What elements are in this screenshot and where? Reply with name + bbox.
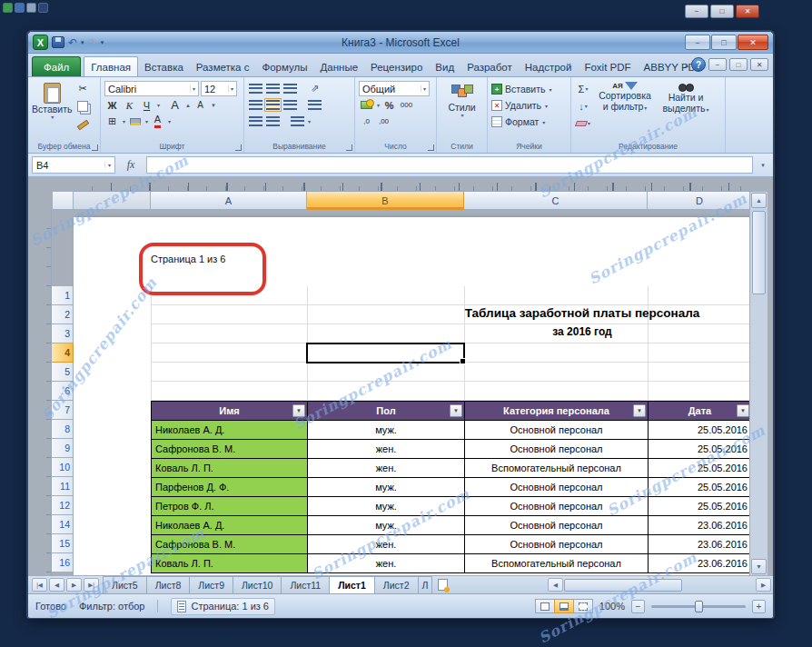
row-header[interactable]: 6 xyxy=(52,382,74,401)
prev-sheet-icon[interactable]: ◀ xyxy=(49,578,64,592)
tab-view[interactable]: Вид xyxy=(429,57,460,76)
comma-style-button[interactable]: 000 xyxy=(399,97,414,113)
column-header-d[interactable]: D xyxy=(648,192,751,210)
fill-button[interactable]: ↓▾ xyxy=(575,98,591,114)
selected-cell-b4[interactable] xyxy=(306,343,465,363)
normal-view-button[interactable] xyxy=(535,599,555,613)
merge-center-button[interactable] xyxy=(290,114,305,129)
row-header[interactable]: 5 xyxy=(52,363,74,382)
outer-tool2-icon[interactable] xyxy=(38,3,48,13)
cell-category[interactable]: Основной персонал xyxy=(465,478,649,497)
cell-category[interactable]: Основной персонал xyxy=(465,535,649,554)
cell-name[interactable]: Сафронова В. М. xyxy=(152,535,308,554)
cell-name[interactable]: Николаев А. Д. xyxy=(152,421,308,440)
sheet-tab-cut[interactable]: Л xyxy=(418,576,433,593)
zoom-level[interactable]: 100% xyxy=(599,601,625,612)
tab-data[interactable]: Данные xyxy=(314,57,365,76)
row-header-filtered[interactable]: 11 xyxy=(52,477,74,496)
select-all-corner[interactable] xyxy=(52,192,74,210)
increase-indent-button[interactable] xyxy=(265,114,281,129)
underline-caret-icon[interactable]: ▾ xyxy=(157,102,160,108)
row-header-filtered[interactable]: 15 xyxy=(52,534,74,553)
cell-date[interactable]: 25.05.2016 xyxy=(649,478,752,497)
paste-button[interactable]: Вставить ▾ xyxy=(32,81,73,131)
row-header[interactable]: 7 xyxy=(52,401,74,420)
page-layout-view-button[interactable] xyxy=(554,599,574,613)
horizontal-scrollbar[interactable]: ◀ ▶ xyxy=(546,576,773,593)
font-color-button[interactable]: А xyxy=(150,114,165,129)
grow-font-button[interactable]: А xyxy=(167,97,183,113)
align-right-button[interactable] xyxy=(282,97,298,113)
collapse-ribbon-icon[interactable]: ▴ xyxy=(685,61,688,69)
row-header-filtered[interactable]: 16 xyxy=(52,553,74,572)
cell-gender[interactable]: жен. xyxy=(308,440,465,459)
zoom-slider[interactable] xyxy=(651,605,746,608)
help-icon[interactable]: ? xyxy=(691,57,706,72)
decrease-indent-button[interactable] xyxy=(248,114,263,129)
cell-date[interactable]: 25.05.2016 xyxy=(649,440,752,459)
cell-date[interactable]: 23.06.2016 xyxy=(649,535,752,554)
copy-button[interactable] xyxy=(75,98,91,114)
cell-name[interactable]: Петров Ф. Л. xyxy=(152,497,308,516)
row-header-filtered[interactable]: 10 xyxy=(52,458,74,477)
row-header[interactable]: 1 xyxy=(52,286,74,305)
sheet-tab-list2[interactable]: Лист2 xyxy=(374,576,419,593)
zoom-out-icon[interactable]: − xyxy=(631,600,645,613)
row-header[interactable]: 2 xyxy=(52,305,74,324)
cell-date[interactable]: 25.05.2016 xyxy=(649,459,752,478)
tab-review[interactable]: Рецензиро xyxy=(364,57,429,76)
tab-home[interactable]: Главная xyxy=(84,56,138,76)
italic-button[interactable]: К xyxy=(122,97,137,113)
cell-category[interactable]: Основной персонал xyxy=(465,440,649,459)
sheet-tab-list10[interactable]: Лист10 xyxy=(233,576,282,593)
cell-category[interactable]: Вспомогательный персонал xyxy=(465,554,649,573)
font-name-combo[interactable]: Calibri ▾ xyxy=(104,81,199,96)
cell-gender[interactable]: муж. xyxy=(308,478,465,497)
wrap-text-button[interactable] xyxy=(307,97,322,113)
page-break-view-button[interactable] xyxy=(573,599,593,613)
cell-gender[interactable]: муж. xyxy=(308,516,465,535)
row-header-filtered[interactable]: 8 xyxy=(52,420,74,439)
align-middle-button[interactable] xyxy=(265,81,281,96)
cut-button[interactable]: ✂ xyxy=(75,81,91,96)
accounting-format-button[interactable] xyxy=(359,97,374,113)
outer-save-icon[interactable] xyxy=(15,3,25,13)
tab-developer[interactable]: Разработ xyxy=(460,57,519,76)
outer-maximize-button[interactable]: □ xyxy=(710,5,734,18)
column-header-c[interactable]: C xyxy=(464,192,648,210)
minimize-button[interactable]: − xyxy=(685,35,710,50)
dialog-launcher[interactable] xyxy=(346,144,352,151)
insert-cells-button[interactable]: + Вставить ▾ xyxy=(491,81,567,97)
zoom-slider-thumb[interactable] xyxy=(695,601,703,612)
sheet-tab-list11[interactable]: Лист11 xyxy=(281,576,330,593)
close-button[interactable]: ✕ xyxy=(738,35,768,50)
formula-input[interactable] xyxy=(146,156,753,174)
row-header-filtered[interactable]: 14 xyxy=(52,515,74,534)
tab-formulas[interactable]: Формулы xyxy=(255,57,313,76)
autosum-button[interactable]: Σ▾ xyxy=(575,81,591,96)
format-cells-button[interactable]: Формат ▾ xyxy=(491,114,567,130)
dialog-launcher[interactable] xyxy=(428,144,434,151)
outer-close-button[interactable]: ✕ xyxy=(736,5,759,18)
scroll-down-icon[interactable]: ▼ xyxy=(751,559,767,574)
sheet-tab-list8[interactable]: Лист8 xyxy=(146,576,191,593)
first-sheet-icon[interactable]: |◀ xyxy=(32,578,47,592)
cell-date[interactable]: 25.05.2016 xyxy=(649,421,752,440)
tab-insert[interactable]: Вставка xyxy=(138,57,190,76)
row-header-filtered[interactable]: 9 xyxy=(52,439,74,458)
cell-category[interactable]: Основной персонал xyxy=(465,516,649,535)
align-center-button[interactable] xyxy=(265,97,281,113)
tab-foxit-pdf[interactable]: Foxit PDF xyxy=(578,57,637,76)
tab-file[interactable]: Файл xyxy=(32,56,81,76)
cell-gender[interactable]: муж. xyxy=(308,497,465,516)
last-sheet-icon[interactable]: ▶| xyxy=(84,578,99,592)
next-sheet-icon[interactable]: ▶ xyxy=(66,578,82,592)
outer-app-icon[interactable] xyxy=(3,3,13,13)
sheet-tab-list9[interactable]: Лист9 xyxy=(189,576,233,593)
cell-name[interactable]: Николаев А. Д. xyxy=(152,516,308,535)
zoom-in-icon[interactable]: + xyxy=(752,600,766,613)
vertical-scrollbar[interactable]: ▲ ▼ xyxy=(749,192,767,575)
workbook-close-button[interactable]: ✕ xyxy=(750,58,768,71)
maximize-button[interactable]: □ xyxy=(711,35,737,50)
borders-button[interactable]: ⊞ xyxy=(104,114,120,129)
